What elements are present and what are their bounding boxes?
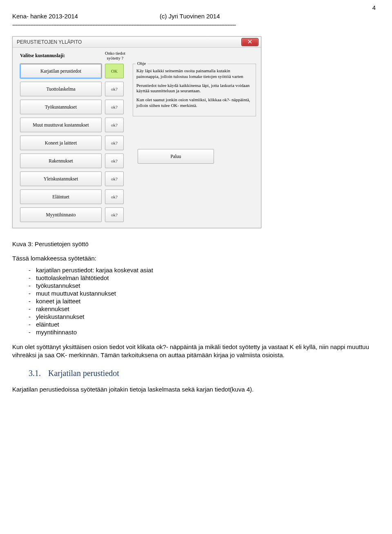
list-item: työkustannukset [29,282,380,289]
list-item: tuottolaskelman lähtötiedot [29,274,380,281]
page-header: Kena- hanke 2013-2014 (c) Jyri Tuovinen … [12,13,380,20]
status-button[interactable]: ok? [105,82,124,96]
header-left: Kena- hanke 2013-2014 [12,13,78,20]
window-titlebar: PERUSTIETOJEN YLLÄPITO [13,37,261,48]
help-p2: Perustiedot tulee käydä kaikkinensa läpi… [136,83,252,94]
paragraph-2: Karjatilan perustiedoissa syötetään joit… [12,385,380,394]
category-button[interactable]: Tuottolaskelma [20,82,102,96]
subheading: Tässä lomakkeessa syötetään: [12,255,380,262]
status-button[interactable]: ok? [105,171,124,186]
help-p1: Käy läpi kaikki seitsemän osoita painama… [136,68,252,80]
list-item: myyntihinnasto [29,329,380,336]
category-button[interactable]: Karjatilan perustiedot [20,64,102,78]
status-button[interactable]: ok? [105,189,124,204]
category-button[interactable]: Koneet ja laitteet [20,136,102,150]
section-label: Valitse kustannuslaji: [20,53,102,59]
feature-list: karjatilan perustiedot: karjaa koskevat … [29,267,380,336]
list-item: rakennukset [29,305,380,312]
category-button[interactable]: Yleiskustannukset [20,171,102,186]
status-button[interactable]: ok? [105,118,124,132]
heading-number: 3.1. [29,369,41,378]
list-item: karjatilan perustiedot: karjaa koskevat … [29,267,380,274]
category-button[interactable]: Työkustannukset [20,100,102,114]
window-title: PERUSTIETOJEN YLLÄPITO [17,39,82,45]
status-button[interactable]: ok? [105,136,124,150]
status-button[interactable]: ok? [105,207,124,222]
list-item: yleiskustannukset [29,313,380,320]
list-item: eläintuet [29,321,380,328]
category-button[interactable]: Muut muuttuvat kustannukset [20,118,102,132]
status-column-header: Onko tiedot syötetty ? [105,51,125,60]
paragraph-1: Kun olet syöttänyt yksittäisen osion tie… [12,343,380,360]
help-box: Ohje Käy läpi kaikki seitsemän osoita pa… [133,64,256,116]
category-button[interactable]: Rakennukset [20,154,102,168]
help-legend: Ohje [136,61,147,67]
heading-text: Karjatilan perustiedot [48,369,119,378]
page-number: 4 [12,4,376,11]
status-button[interactable]: ok? [105,154,124,168]
app-window: PERUSTIETOJEN YLLÄPITO Valitse kustannus… [12,36,261,228]
section-heading: 3.1.Karjatilan perustiedot [29,369,380,378]
list-item: koneet ja laitteet [29,298,380,305]
help-p3: Kun olet saanut jonkin osion valmiiksi, … [136,97,252,109]
return-button[interactable]: Paluu [138,149,214,164]
status-button[interactable]: ok? [105,100,124,114]
close-icon [248,39,252,45]
header-right: (c) Jyri Tuovinen 2014 [160,13,220,20]
figure-caption: Kuva 3: Perustietojen syöttö [12,240,380,247]
status-button[interactable]: OK [105,64,124,78]
category-button[interactable]: Eläintuet [20,189,102,204]
header-separator: ----------------------------------------… [12,21,380,28]
close-button[interactable] [241,38,258,46]
list-item: muut muuttuvat kustannukset [29,290,380,297]
category-button[interactable]: Myyntihinnasto [20,207,102,222]
